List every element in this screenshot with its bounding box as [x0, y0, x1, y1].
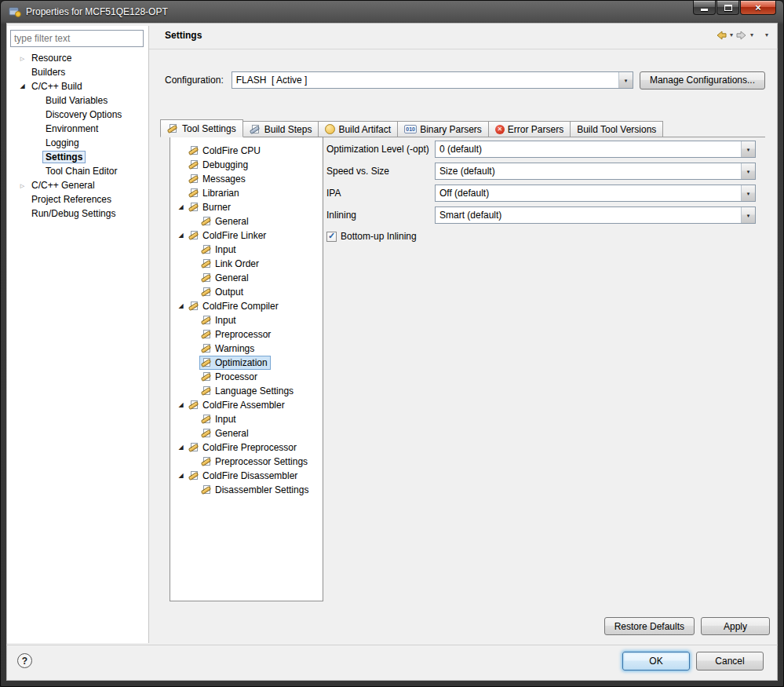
twisty-expanded-icon[interactable]: ◢: [16, 83, 28, 90]
twisty-collapsed-icon[interactable]: ▷: [16, 183, 28, 188]
combo-ipa[interactable]: Off (default)▾: [435, 185, 756, 202]
sidebar-item-label: Builders: [28, 66, 68, 79]
tab-build-tool-versions[interactable]: Build Tool Versions: [570, 121, 663, 137]
tool-tree-item-coldfire-linker[interactable]: ◢ColdFire Linker: [170, 228, 323, 243]
sidebar-item-c-c-general[interactable]: ▷C/C++ General: [7, 178, 148, 192]
tool-tree-item-disassembler-settings[interactable]: Disassembler Settings: [170, 483, 323, 497]
twisty-expanded-icon[interactable]: ◢: [175, 232, 187, 239]
ok-button[interactable]: OK: [622, 652, 690, 671]
settings-page-icon: [188, 301, 200, 312]
bottom-up-inlining-checkbox[interactable]: ✓ Bottom-up Inlining: [326, 228, 756, 245]
forward-arrow-icon[interactable]: [735, 29, 748, 42]
tool-tree-item-warnings[interactable]: Warnings: [170, 342, 323, 356]
filter-input[interactable]: [10, 30, 144, 47]
tool-tree-item-messages[interactable]: Messages: [170, 172, 323, 186]
sidebar-item-run-debug-settings[interactable]: Run/Debug Settings: [7, 206, 148, 221]
tool-tree-item-coldfire-compiler[interactable]: ◢ColdFire Compiler: [170, 299, 323, 313]
title-bar[interactable]: Properties for MCF51QE128-OPT ×: [1, 1, 783, 23]
twisty-expanded-icon[interactable]: ◢: [175, 473, 187, 479]
header-navigation: ▾ ▾ ▾: [715, 29, 768, 42]
apply-row: Restore Defaults Apply: [604, 617, 770, 635]
tool-tree-item-link-order[interactable]: Link Order: [170, 257, 323, 271]
tool-tree-item-coldfire-disassembler[interactable]: ◢ColdFire Disassembler: [170, 469, 323, 483]
tree-item-core: Processor: [199, 370, 261, 384]
combo-dropdown-button[interactable]: ▾: [741, 141, 755, 157]
twisty-collapsed-icon[interactable]: ▷: [16, 56, 28, 61]
tool-tree-item-debugging[interactable]: Debugging: [170, 158, 323, 172]
configuration-combo-dropdown-button[interactable]: ▾: [618, 72, 633, 88]
back-history-caret-icon[interactable]: ▾: [730, 32, 733, 38]
sidebar-item-c-c-build[interactable]: ◢C/C++ Build: [7, 79, 148, 93]
forward-history-caret-icon[interactable]: ▾: [750, 32, 753, 38]
tree-item-core: Warnings: [199, 342, 257, 356]
tree-item-core: General: [199, 271, 252, 285]
tab-build-artifact[interactable]: Build Artifact: [318, 121, 398, 137]
tree-item-core: Input: [199, 313, 239, 327]
combo-dropdown-button[interactable]: ▾: [741, 185, 755, 201]
tab-build-steps[interactable]: Build Steps: [242, 121, 319, 137]
sidebar-item-label: Project References: [28, 193, 115, 206]
wrench-icon: [167, 123, 179, 134]
tool-tree-item-language-settings[interactable]: Language Settings: [170, 384, 323, 398]
tool-tree-item-preprocessor[interactable]: Preprocessor: [170, 327, 323, 342]
tool-tree-item-preprocessor-settings[interactable]: Preprocessor Settings: [170, 455, 323, 469]
tab-error-parsers[interactable]: ✕Error Parsers: [488, 121, 571, 137]
twisty-expanded-icon[interactable]: ◢: [175, 444, 187, 451]
tab-tool-settings[interactable]: Tool Settings: [160, 119, 243, 137]
sidebar-item-resource[interactable]: ▷Resource: [7, 51, 148, 65]
sidebar-item-environment[interactable]: Environment: [7, 122, 148, 136]
combo-dropdown-button[interactable]: ▾: [741, 163, 755, 179]
checkbox-icon[interactable]: ✓: [326, 232, 337, 242]
tool-tree-item-general[interactable]: General: [170, 214, 323, 228]
minimize-button[interactable]: [693, 1, 716, 15]
tool-tree-item-coldfire-assembler[interactable]: ◢ColdFire Assembler: [170, 398, 323, 412]
sidebar-item-logging[interactable]: Logging: [7, 136, 148, 150]
tool-tree-item-input[interactable]: Input: [170, 412, 323, 426]
form-field-ipa: IPAOff (default)▾: [326, 182, 756, 204]
tool-tree-item-general[interactable]: General: [170, 426, 323, 440]
manage-configurations-button[interactable]: Manage Configurations...: [640, 71, 765, 90]
settings-page-icon: [188, 442, 200, 453]
tool-tree-item-coldfire-cpu[interactable]: ColdFire CPU: [170, 144, 323, 158]
tab-binary-parsers[interactable]: 010Binary Parsers: [397, 121, 489, 137]
help-button[interactable]: ?: [17, 653, 32, 668]
tool-tree-item-label: Output: [215, 287, 243, 298]
tab-bar: Tool SettingsBuild StepsBuild Artifact01…: [160, 118, 765, 137]
tool-tree-item-librarian[interactable]: Librarian: [170, 186, 323, 200]
tool-tree-item-general[interactable]: General: [170, 271, 323, 285]
sidebar-item-builders[interactable]: Builders: [7, 65, 148, 79]
twisty-expanded-icon[interactable]: ◢: [175, 303, 187, 309]
tab-label: Build Artifact: [338, 124, 391, 135]
sidebar-item-discovery-options[interactable]: Discovery Options: [7, 108, 148, 122]
twisty-expanded-icon[interactable]: ◢: [175, 204, 187, 210]
twisty-expanded-icon[interactable]: ◢: [175, 402, 187, 408]
tool-tree-item-burner[interactable]: ◢Burner: [170, 200, 323, 214]
combo-inlining[interactable]: Smart (default)▾: [435, 206, 756, 224]
tool-tree-item-label: ColdFire Preprocessor: [202, 442, 297, 453]
sidebar-item-build-variables[interactable]: Build Variables: [7, 93, 148, 108]
settings-page-icon: [201, 456, 213, 467]
view-menu-icon[interactable]: ▾: [765, 32, 768, 38]
combo-selected-value: Off (default): [436, 185, 741, 201]
back-arrow-icon[interactable]: [715, 29, 727, 42]
sidebar-item-tool-chain-editor[interactable]: Tool Chain Editor: [7, 164, 148, 178]
tool-tree-item-input[interactable]: Input: [170, 313, 323, 327]
restore-defaults-button[interactable]: Restore Defaults: [604, 617, 695, 635]
tool-tree-item-input[interactable]: Input: [170, 243, 323, 257]
maximize-button[interactable]: [717, 1, 739, 15]
combo-optimization-level-opt[interactable]: 0 (default)▾: [435, 141, 756, 158]
tool-tree-item-output[interactable]: Output: [170, 285, 323, 299]
settings-page-icon: [188, 230, 200, 241]
tool-tree-item-optimization[interactable]: Optimization: [170, 356, 323, 370]
combo-dropdown-button[interactable]: ▾: [741, 207, 755, 223]
sidebar-item-project-references[interactable]: Project References: [7, 192, 148, 206]
tool-tree-item-coldfire-preprocessor[interactable]: ◢ColdFire Preprocessor: [170, 440, 323, 455]
configuration-combo[interactable]: FLASH [ Active ] ▾: [232, 71, 633, 89]
cancel-button[interactable]: Cancel: [696, 652, 764, 671]
settings-page-icon: [201, 258, 213, 269]
tool-tree-item-processor[interactable]: Processor: [170, 370, 323, 384]
apply-button[interactable]: Apply: [701, 617, 770, 635]
sidebar-item-settings[interactable]: Settings: [7, 150, 148, 164]
close-button[interactable]: ×: [740, 1, 776, 15]
combo-speed-vs-size[interactable]: Size (default)▾: [435, 163, 756, 180]
